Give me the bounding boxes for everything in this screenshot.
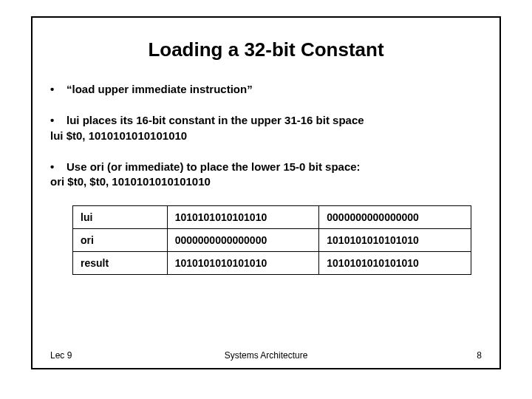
bullet-mark: •	[50, 113, 66, 128]
bit-table: lui 1010101010101010 0000000000000000 or…	[72, 205, 471, 275]
table-row: lui 1010101010101010 0000000000000000	[73, 206, 471, 229]
bullet-3-text: Use ori (or immediate) to place the lowe…	[66, 160, 361, 174]
cell-lo: 1010101010101010	[319, 252, 471, 275]
cell-hi: 1010101010101010	[167, 252, 319, 275]
bullet-2-code: lui $t0, 1010101010101010	[50, 129, 482, 143]
cell-lo: 0000000000000000	[319, 206, 471, 229]
table-row: ori 0000000000000000 1010101010101010	[73, 229, 471, 252]
footer-center: Systems Architecture	[50, 350, 482, 361]
cell-lo: 1010101010101010	[319, 229, 471, 252]
cell-label: lui	[73, 206, 168, 229]
bullet-1: • “load upper immediate instruction”	[50, 82, 482, 97]
cell-hi: 1010101010101010	[167, 206, 319, 229]
slide-frame: Loading a 32-bit Constant • “load upper …	[31, 16, 501, 369]
slide-title: Loading a 32-bit Constant	[50, 38, 482, 61]
bullet-2-text: lui places its 16-bit constant in the up…	[66, 113, 364, 128]
footer-right: 8	[477, 350, 482, 361]
cell-hi: 0000000000000000	[167, 229, 319, 252]
bullet-3: • Use ori (or immediate) to place the lo…	[50, 160, 482, 190]
footer: Lec 9 Systems Architecture 8	[50, 350, 482, 361]
bullet-3-code: ori $t0, $t0, 1010101010101010	[50, 174, 482, 189]
bullet-mark: •	[50, 82, 66, 97]
cell-label: ori	[73, 229, 168, 252]
cell-label: result	[73, 252, 168, 275]
bullet-2: • lui places its 16-bit constant in the …	[50, 113, 482, 143]
bullet-1-text: “load upper immediate instruction”	[66, 82, 253, 97]
table-row: result 1010101010101010 1010101010101010	[73, 252, 471, 275]
footer-left: Lec 9	[50, 350, 72, 361]
bullet-mark: •	[50, 160, 66, 174]
